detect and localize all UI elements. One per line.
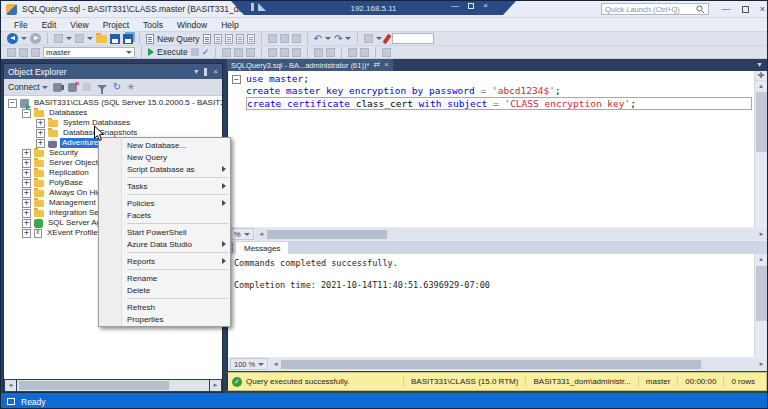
- code-line[interactable]: create master key encryption by password…: [246, 85, 754, 97]
- context-menu-item-rename[interactable]: Rename: [99, 272, 230, 284]
- context-menu-item-azure-data-studio[interactable]: Azure Data Studio: [99, 238, 230, 250]
- menu-window[interactable]: Window: [170, 20, 214, 30]
- scroll-right-icon[interactable]: ►: [756, 359, 767, 370]
- plug-x-icon[interactable]: [68, 83, 77, 92]
- dd-icon[interactable]: [21, 37, 27, 40]
- rdp-pin-icon[interactable]: [251, 3, 254, 11]
- tab-messages[interactable]: Messages: [236, 242, 288, 254]
- stop-icon[interactable]: [83, 83, 91, 91]
- open-query-doc-icon[interactable]: [203, 34, 211, 44]
- new-project-icon[interactable]: [75, 34, 84, 43]
- expand-icon[interactable]: +: [36, 119, 45, 128]
- scroll-up-icon[interactable]: ▲: [755, 254, 767, 264]
- database-combo[interactable]: master: [43, 47, 135, 58]
- new-query-button[interactable]: New Query: [157, 34, 200, 44]
- panel-pin-icon[interactable]: [204, 68, 207, 76]
- menu-help[interactable]: Help: [214, 20, 245, 30]
- save-icon[interactable]: [110, 34, 120, 44]
- g9-icon[interactable]: [348, 48, 357, 57]
- g5-icon[interactable]: [280, 48, 289, 57]
- context-menu-item-refresh[interactable]: Refresh: [99, 301, 230, 313]
- context-menu-item-new-query[interactable]: New Query: [99, 151, 230, 163]
- object-explorer-hscrollbar[interactable]: ◄ ►: [4, 379, 222, 392]
- tab-promote-icon[interactable]: ⇄: [373, 61, 380, 69]
- expand-icon[interactable]: +: [22, 219, 31, 228]
- doc-a-icon[interactable]: [214, 34, 222, 44]
- tree-item-basit331-class-sql-server-15-0-2000-5-basit331-dom-ad[interactable]: −BASIT331\CLASS (SQL Server 15.0.2000.5 …: [4, 98, 222, 108]
- menu-tools[interactable]: Tools: [136, 20, 170, 30]
- expand-icon[interactable]: +: [22, 229, 31, 238]
- sql-editor[interactable]: − use master;create master key encryptio…: [227, 71, 767, 227]
- expand-icon[interactable]: +: [36, 139, 45, 148]
- save-all-icon[interactable]: [123, 34, 133, 44]
- rdp-close-button[interactable]: ×: [483, 2, 488, 10]
- context-menu-item-policies[interactable]: Policies: [99, 197, 230, 209]
- editor-zoom-select[interactable]: %: [230, 228, 254, 240]
- doc-d-icon[interactable]: [247, 34, 255, 44]
- g1-icon[interactable]: [222, 48, 231, 57]
- quick-launch-input[interactable]: Quick Launch (Ctrl+Q): [601, 3, 709, 15]
- refresh-icon[interactable]: ↻: [113, 82, 121, 92]
- paste-icon[interactable]: [292, 34, 301, 43]
- g3-icon[interactable]: [246, 48, 255, 57]
- scroll-thumb[interactable]: [281, 360, 701, 369]
- scroll-thumb[interactable]: [756, 266, 767, 321]
- doc-b-icon[interactable]: [225, 34, 233, 44]
- g4-icon[interactable]: [268, 48, 277, 57]
- dd-icon[interactable]: [325, 37, 331, 40]
- split-editor-icon[interactable]: ✚: [755, 71, 767, 81]
- parse-icon[interactable]: ✓: [202, 48, 210, 57]
- scroll-up-icon[interactable]: ▲: [755, 81, 767, 91]
- scroll-left-icon[interactable]: ◄: [256, 229, 267, 240]
- messages-pane[interactable]: Commands completed successfully.Completi…: [227, 254, 767, 357]
- scroll-right-icon[interactable]: ►: [210, 380, 221, 391]
- scroll-right-icon[interactable]: ►: [756, 229, 767, 240]
- add-item-icon[interactable]: [54, 34, 63, 43]
- expand-icon[interactable]: +: [22, 209, 31, 218]
- context-menu-item-tasks[interactable]: Tasks: [99, 180, 230, 192]
- forward-icon[interactable]: [30, 33, 41, 44]
- connect-button[interactable]: Connect: [8, 82, 48, 92]
- tab-overflow-icon[interactable]: ▼: [756, 61, 763, 68]
- expand-icon[interactable]: +: [22, 199, 31, 208]
- code-line[interactable]: create certificate class_cert with subje…: [246, 97, 752, 110]
- view-icon[interactable]: ✳: [127, 83, 135, 92]
- back-icon[interactable]: [7, 33, 18, 44]
- close-button[interactable]: ×: [760, 5, 765, 14]
- pin-red-icon[interactable]: [383, 33, 392, 43]
- g10-icon[interactable]: [360, 48, 369, 57]
- redo-icon[interactable]: ↷: [334, 34, 342, 44]
- rdp-restore-button[interactable]: [468, 3, 474, 9]
- expand-icon[interactable]: +: [22, 159, 31, 168]
- context-menu-item-delete[interactable]: Delete: [99, 284, 230, 296]
- rdp-minimize-button[interactable]: —: [451, 2, 459, 10]
- context-menu-item-properties[interactable]: Properties: [99, 313, 230, 325]
- doc-c-icon[interactable]: [236, 34, 244, 44]
- g8-icon[interactable]: [326, 48, 335, 57]
- menu-view[interactable]: View: [63, 20, 95, 30]
- panel-menu-icon[interactable]: ▾: [194, 68, 198, 76]
- dd-icon[interactable]: [66, 37, 72, 40]
- restore-button[interactable]: [742, 6, 749, 13]
- collapse-icon[interactable]: −: [8, 99, 17, 108]
- cut-icon[interactable]: [268, 34, 277, 43]
- minimize-button[interactable]: —: [722, 5, 731, 14]
- avail-b-icon[interactable]: [19, 48, 28, 57]
- tree-item-system-databases[interactable]: +System Databases: [4, 118, 222, 128]
- messages-zoom-select[interactable]: 100 %: [230, 358, 268, 370]
- dd-icon[interactable]: [376, 37, 382, 40]
- tree-item-databases[interactable]: −Databases: [4, 108, 222, 118]
- dd-icon[interactable]: [345, 37, 351, 40]
- expand-icon[interactable]: +: [22, 169, 31, 178]
- generic-icon[interactable]: [364, 34, 373, 43]
- stop-icon[interactable]: [191, 48, 199, 56]
- context-menu-item-facets[interactable]: Facets: [99, 209, 230, 221]
- g11-icon[interactable]: [382, 48, 391, 57]
- scroll-thumb[interactable]: [756, 92, 767, 152]
- g2-icon[interactable]: [234, 48, 243, 57]
- plug-icon[interactable]: [53, 83, 62, 92]
- dd-icon[interactable]: [87, 37, 93, 40]
- panel-close-icon[interactable]: ×: [213, 68, 218, 76]
- context-menu-item-reports[interactable]: Reports: [99, 255, 230, 267]
- expand-icon[interactable]: +: [22, 189, 31, 198]
